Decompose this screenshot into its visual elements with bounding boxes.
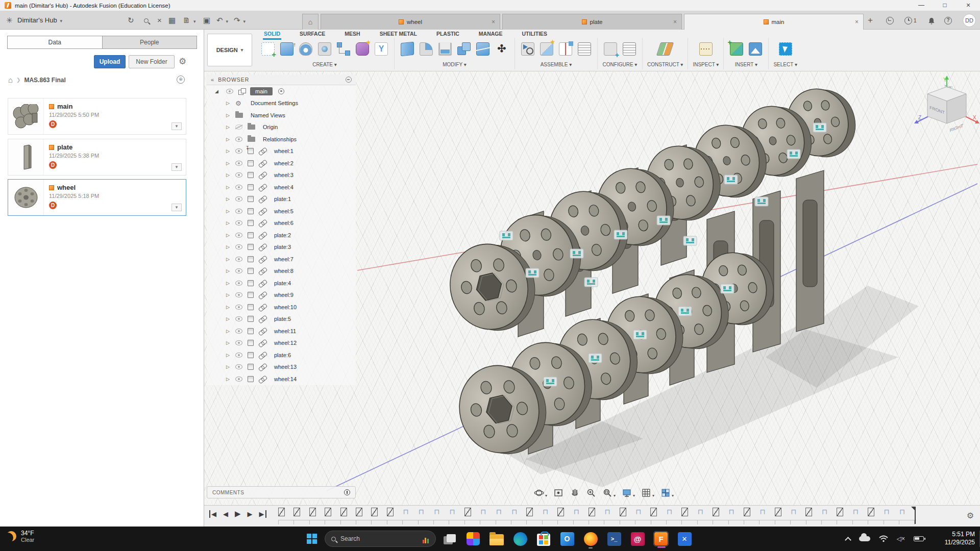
- view-cube[interactable]: Y Z X TOP FRONT RIGHT: [911, 76, 980, 142]
- document-tab-plate[interactable]: plate ×: [502, 14, 682, 30]
- tree-root-main[interactable]: ◢main: [207, 85, 356, 97]
- taskbar-clock[interactable]: 5:51 PM 11/29/2025: [945, 530, 975, 546]
- notifications-bell-icon[interactable]: [928, 11, 935, 29]
- bom-table-icon[interactable]: [576, 39, 593, 59]
- external-link-icon[interactable]: [259, 232, 266, 238]
- external-link-icon[interactable]: [259, 196, 266, 202]
- expand-triangle-icon[interactable]: ▷: [226, 196, 230, 202]
- outlook-icon[interactable]: O: [559, 531, 575, 546]
- timeline-component-icon[interactable]: [650, 508, 657, 516]
- collapse-browser-icon[interactable]: «: [211, 77, 214, 83]
- file-menu-icon[interactable]: 🗎▾: [183, 11, 196, 29]
- workspace-selector[interactable]: DESIGN▾: [207, 34, 252, 66]
- timeline-component-icon[interactable]: [309, 508, 316, 516]
- play-button[interactable]: ▶: [235, 509, 241, 518]
- look-at-icon[interactable]: [553, 488, 564, 498]
- new-document-tab-button[interactable]: +: [868, 11, 873, 29]
- timeline-joint-icon[interactable]: ⊓: [790, 508, 797, 516]
- hub-name-dropdown[interactable]: Dimitar's Hub▾: [17, 11, 62, 29]
- breadcrumb-folder-name[interactable]: MAS.863 Final: [24, 77, 65, 84]
- component-cube-icon[interactable]: [248, 160, 254, 166]
- timeline-track[interactable]: [278, 520, 916, 524]
- timeline-component-icon[interactable]: [620, 508, 626, 516]
- orbit-icon[interactable]: ▾: [534, 488, 547, 498]
- maximize-button[interactable]: □: [933, 0, 957, 11]
- expand-triangle-icon[interactable]: ▷: [226, 244, 230, 249]
- measure-icon[interactable]: [698, 39, 714, 59]
- press-pull-icon[interactable]: [399, 39, 415, 59]
- user-avatar[interactable]: DD: [963, 14, 976, 27]
- debian-icon[interactable]: @: [630, 531, 645, 546]
- external-link-icon[interactable]: [259, 292, 266, 298]
- visibility-eye-icon[interactable]: [235, 281, 242, 286]
- component-cube-icon[interactable]: [248, 244, 254, 250]
- document-tab-wheel[interactable]: wheel ×: [321, 14, 500, 30]
- timeline-component-icon[interactable]: [713, 508, 719, 516]
- expand-triangle-icon[interactable]: ▷: [226, 377, 230, 382]
- create-form-icon[interactable]: [354, 39, 371, 59]
- visibility-eye-icon[interactable]: [235, 196, 242, 202]
- onedrive-cloud-icon[interactable]: [859, 536, 870, 541]
- grid-layout-icon[interactable]: ▾: [641, 488, 654, 498]
- external-link-icon[interactable]: [259, 220, 266, 226]
- visibility-eye-icon[interactable]: [235, 329, 242, 334]
- save-icon[interactable]: ▣: [203, 11, 210, 29]
- visibility-eye-icon[interactable]: [235, 172, 242, 178]
- visibility-eye-icon[interactable]: [235, 257, 242, 262]
- tree-item[interactable]: ▷wheel:8: [207, 265, 356, 278]
- expand-triangle-icon[interactable]: ▷: [226, 124, 230, 130]
- external-link-icon[interactable]: [259, 256, 266, 262]
- tree-item[interactable]: ▷⚙Document Settings: [207, 97, 356, 110]
- visibility-eye-icon[interactable]: [235, 268, 242, 273]
- joint-icon[interactable]: [557, 39, 574, 59]
- group-label[interactable]: INSERT ▾: [735, 62, 757, 67]
- tree-item[interactable]: ▷wheel:3: [207, 169, 356, 182]
- timeline-playhead[interactable]: [915, 507, 916, 524]
- tree-item[interactable]: ▷Relationships: [207, 133, 356, 145]
- expand-triangle-icon[interactable]: ▷: [226, 364, 230, 369]
- component-cube-icon[interactable]: [248, 340, 254, 346]
- tree-item[interactable]: ▷plate:6: [207, 349, 356, 361]
- group-label[interactable]: CONFIGURE ▾: [603, 62, 638, 67]
- file-card-plate[interactable]: plate 11/29/2025 5:38 PM D ▼: [8, 139, 186, 176]
- tab-data[interactable]: Data: [7, 36, 103, 49]
- timeline-joint-icon[interactable]: ⊓: [759, 508, 766, 516]
- viewports-icon[interactable]: ▾: [660, 488, 674, 498]
- timeline-component-icon[interactable]: [293, 508, 300, 516]
- visibility-eye-icon[interactable]: [235, 244, 242, 249]
- timeline-component-icon[interactable]: [868, 508, 874, 516]
- component-cube-icon[interactable]: [248, 304, 254, 310]
- tree-item[interactable]: ▷Named Views: [207, 109, 356, 121]
- component-cube-icon[interactable]: [248, 232, 254, 238]
- canvas-icon[interactable]: [747, 39, 764, 59]
- file-card-wheel[interactable]: wheel 11/29/2025 5:18 PM D ▼: [8, 179, 186, 216]
- activate-component-radio-icon[interactable]: [278, 88, 284, 94]
- expand-triangle-icon[interactable]: ▷: [226, 113, 230, 118]
- external-link-icon[interactable]: [259, 340, 266, 346]
- file-card-main[interactable]: main 11/29/2025 5:50 PM D ▼: [8, 98, 186, 135]
- configuration-table-icon[interactable]: [621, 39, 638, 59]
- redo-icon[interactable]: ↷▾: [234, 11, 246, 29]
- start-button[interactable]: [304, 531, 320, 546]
- timeline-joint-icon[interactable]: ⊓: [666, 508, 673, 516]
- tree-item[interactable]: ▷wheel:9: [207, 289, 356, 302]
- browser-minimize-icon[interactable]: [346, 77, 352, 83]
- visibility-eye-icon[interactable]: [235, 209, 242, 214]
- component-cube-icon[interactable]: [248, 268, 254, 274]
- visibility-eye-icon[interactable]: [226, 89, 233, 94]
- powershell-icon[interactable]: >_: [606, 531, 622, 546]
- folder-icon[interactable]: [248, 137, 255, 142]
- show-data-panel-grid-icon[interactable]: ▦: [168, 11, 176, 29]
- expand-triangle-icon[interactable]: ▷: [226, 148, 230, 154]
- tree-item[interactable]: ▷wheel:2: [207, 157, 356, 169]
- pan-icon[interactable]: [570, 488, 580, 498]
- expand-triangle-icon[interactable]: ▷: [226, 292, 230, 297]
- component-cube-icon[interactable]: [248, 328, 254, 334]
- expand-triangle-icon[interactable]: ▷: [226, 161, 230, 166]
- expand-triangle-icon[interactable]: ▷: [226, 340, 230, 345]
- tree-item[interactable]: ▷plate:3: [207, 241, 356, 254]
- document-tab-main[interactable]: main ×: [684, 14, 864, 30]
- folder-icon[interactable]: [248, 124, 255, 130]
- tree-item[interactable]: ▷plate:4: [207, 277, 356, 289]
- timeline-joint-icon[interactable]: ⊓: [418, 508, 425, 516]
